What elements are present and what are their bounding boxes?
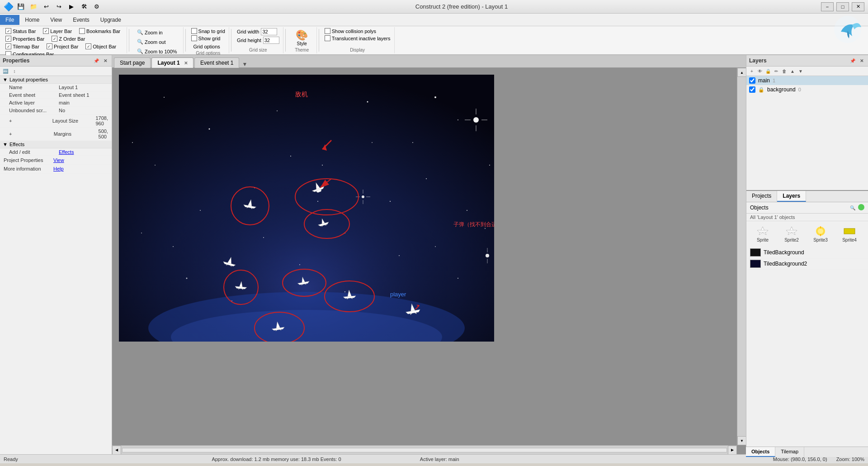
snap-to-grid-check[interactable]: Snap to grid [191, 28, 225, 34]
layers-tab2[interactable]: Layers [777, 191, 806, 202]
close-btn[interactable]: ✕ [852, 2, 864, 11]
zorder-bar-checkbox[interactable] [52, 36, 57, 42]
more-info-label: More information [4, 166, 53, 171]
add-edit-link[interactable]: Effects [59, 149, 108, 155]
object-sprite2[interactable]: Sprite2 [778, 224, 805, 244]
layers-close-icon[interactable]: ✕ [858, 57, 865, 64]
scroll-right-btn[interactable]: ▶ [728, 446, 737, 455]
active-layer-value: main [59, 100, 108, 105]
zoom-out-btn[interactable]: 🔍 Zoom out [135, 38, 179, 46]
menu-view[interactable]: View [45, 15, 67, 25]
add-layer-icon[interactable]: + [748, 67, 755, 75]
project-bar-check[interactable]: Project Bar [47, 43, 78, 49]
layer-bar-check[interactable]: Layer Bar [43, 28, 72, 34]
effects-section-header[interactable]: ▼ Effects [0, 141, 112, 148]
objects-icons: 🔍 [849, 204, 864, 211]
grid-options: Snap to grid Show grid Grid options [191, 28, 225, 51]
tab-layout1[interactable]: Layout 1 ✕ [151, 57, 193, 68]
tiled-bg1[interactable]: TiledBackground [746, 247, 868, 258]
move-up-icon[interactable]: ▲ [789, 67, 796, 75]
show-grid-checkbox[interactable] [191, 35, 197, 41]
project-props-link[interactable]: View [53, 157, 108, 163]
name-value: Layout 1 [59, 85, 108, 90]
layout-size-name: Layout Size [52, 118, 96, 124]
close-panel-icon[interactable]: ✕ [102, 57, 109, 64]
translucent-checkbox[interactable] [325, 35, 330, 41]
scrollbar-horizontal[interactable]: ◀ ▶ [112, 445, 737, 454]
status-bar-checkbox[interactable] [5, 28, 11, 34]
grid-height-input[interactable] [263, 37, 279, 44]
move-down-icon[interactable]: ▼ [797, 67, 804, 75]
bookmarks-bar-check[interactable]: Bookmarks Bar [79, 28, 120, 34]
sort-az-icon[interactable]: 🔤 [2, 67, 9, 75]
object-sprite3[interactable]: Sprite3 [807, 224, 834, 244]
object-bar-checkbox[interactable] [85, 43, 91, 49]
more-info-link[interactable]: Help [53, 166, 108, 171]
show-collision-checkbox[interactable] [325, 28, 330, 34]
translucent-check[interactable]: Translucent inactive layers [325, 35, 391, 41]
layer-main[interactable]: main 1 [746, 76, 868, 85]
properties-bar-checkbox[interactable] [5, 36, 11, 42]
tilemap-bar-checkbox[interactable] [5, 43, 11, 49]
scrollbar-v2[interactable]: ▲ ▼ [737, 68, 746, 445]
open-icon[interactable]: 📁 [28, 2, 39, 12]
theme-btn[interactable]: 🎨 Style [291, 28, 313, 48]
scroll-v2-track [737, 77, 746, 436]
object-bar-check[interactable]: Object Bar [85, 43, 116, 49]
status-bar-check[interactable]: Status Bar [5, 28, 36, 34]
tab-start-page[interactable]: Start page [114, 57, 151, 68]
zorder-bar-check[interactable]: Z Order Bar [52, 36, 85, 42]
delete-layer-icon[interactable]: 🗑 [781, 67, 788, 75]
lock-icon[interactable]: 🔒 [764, 67, 772, 75]
layers-pin-icon[interactable]: 📌 [849, 57, 856, 64]
scroll-up2-btn[interactable]: ▲ [737, 68, 746, 77]
scroll-down2-btn[interactable]: ▼ [737, 436, 746, 445]
menu-home[interactable]: Home [19, 15, 45, 25]
maximize-btn[interactable]: □ [836, 2, 849, 11]
objects-search-icon[interactable]: 🔍 [849, 204, 856, 211]
tilemap-bar-check[interactable]: Tilemap Bar [5, 43, 39, 49]
layer-main-checkbox[interactable] [749, 77, 755, 84]
layer-background[interactable]: 🔒 background 0 [746, 85, 868, 94]
zoom-in-btn[interactable]: 🔍 Zoom in [135, 28, 179, 37]
zoom-100-btn[interactable]: 🔍 Zoom to 100% [135, 47, 179, 56]
show-collision-check[interactable]: Show collision polys [325, 28, 391, 34]
properties-bar-check[interactable]: Properties Bar [5, 36, 44, 42]
tab-dropdown[interactable]: ▼ [242, 61, 247, 67]
tiled-bg2[interactable]: TiledBackground2 [746, 258, 868, 270]
redo-icon[interactable]: ↪ [53, 2, 64, 12]
save-icon[interactable]: 💾 [15, 2, 26, 12]
tab-event-sheet1[interactable]: Event sheet 1 [194, 57, 239, 68]
layer-bar-checkbox[interactable] [43, 28, 49, 34]
scroll-left-btn[interactable]: ◀ [112, 446, 121, 455]
show-grid-check[interactable]: Show grid [191, 35, 225, 41]
grid-width-input[interactable] [261, 28, 277, 35]
status-zoom: Zoom: 100% [836, 456, 864, 462]
undo-icon[interactable]: ↩ [41, 2, 52, 12]
grid-options-btn[interactable]: Grid options [191, 43, 225, 51]
svg-line-78 [415, 305, 420, 309]
event-sheet-value: Event sheet 1 [59, 92, 108, 98]
settings-icon[interactable]: ⚙ [91, 2, 102, 12]
layout-section-header[interactable]: ▼ Layout properties [0, 76, 112, 84]
bookmarks-bar-checkbox[interactable] [79, 28, 85, 34]
projects-tab[interactable]: Projects [746, 191, 777, 202]
layer-bg-checkbox[interactable] [749, 86, 755, 93]
pin-icon[interactable]: 📌 [93, 57, 100, 64]
snap-to-grid-checkbox[interactable] [191, 28, 197, 34]
edit-layer-icon[interactable]: ✏ [773, 67, 780, 75]
menu-upgrade[interactable]: Upgrade [95, 15, 127, 25]
debug-icon[interactable]: 🛠 [79, 2, 90, 12]
minimize-btn[interactable]: − [821, 2, 834, 11]
object-sprite1[interactable]: Sprite [749, 224, 776, 244]
menu-file[interactable]: File [0, 15, 19, 25]
menu-events[interactable]: Events [67, 15, 95, 25]
object-sprite4[interactable]: Sprite4 [836, 224, 863, 244]
eye-icon[interactable]: 👁 [756, 67, 764, 75]
run-icon[interactable]: ▶ [66, 2, 77, 12]
objects-tab[interactable]: Objects [746, 447, 775, 457]
tilemap-tab[interactable]: Tilemap [775, 447, 804, 457]
sort-icon[interactable]: ↕ [11, 67, 18, 75]
tab-layout1-close[interactable]: ✕ [184, 61, 188, 66]
project-bar-checkbox[interactable] [47, 43, 52, 49]
